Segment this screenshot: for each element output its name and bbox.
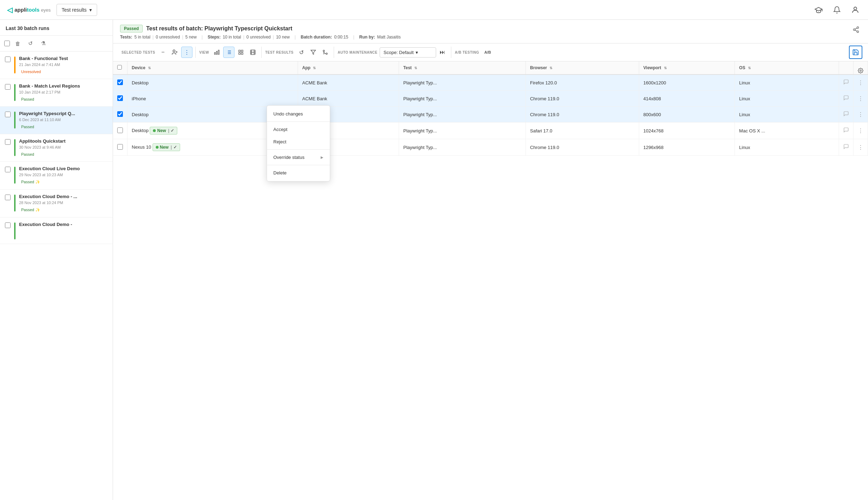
undo-changes-item[interactable]: Undo changes bbox=[267, 108, 330, 120]
sidebar-item-checkbox[interactable] bbox=[5, 167, 11, 172]
row-more-button[interactable]: ⋮ bbox=[858, 144, 863, 151]
test-results-dropdown[interactable]: Test results ▾ bbox=[57, 4, 97, 16]
bell-icon[interactable] bbox=[831, 4, 843, 16]
th-app[interactable]: App ⇅ bbox=[298, 61, 399, 75]
sidebar-item[interactable]: Bank - Match Level Regions 10 Jan 2024 a… bbox=[0, 79, 113, 107]
comment-button[interactable] bbox=[843, 127, 849, 134]
row-checkbox[interactable] bbox=[117, 144, 123, 150]
logo-text: applitools eyes bbox=[14, 7, 51, 13]
nav-right bbox=[813, 4, 861, 16]
sidebar-item-status: Passed bbox=[19, 124, 36, 130]
sidebar-item-checkbox[interactable] bbox=[5, 139, 11, 145]
status-indicator bbox=[14, 222, 16, 239]
row-browser: Chrome 119.0 bbox=[525, 107, 639, 123]
sidebar-item[interactable]: Execution Cloud Demo - ... 28 Nov 2023 a… bbox=[0, 190, 113, 218]
sidebar-item[interactable]: Bank - Functional Test 21 Jan 2024 at 7:… bbox=[0, 52, 113, 79]
row-more-button[interactable]: ⋮ bbox=[858, 111, 863, 118]
sidebar-delete-button[interactable]: 🗑 bbox=[13, 38, 23, 48]
context-menu-divider-3 bbox=[267, 165, 330, 165]
bar-chart-view-button[interactable] bbox=[211, 47, 222, 58]
sidebar-item-checkbox[interactable] bbox=[5, 56, 11, 62]
film-view-button[interactable] bbox=[247, 47, 258, 58]
forward-button[interactable]: ⏭ bbox=[437, 47, 448, 58]
sidebar-filter-button[interactable]: ⚗ bbox=[38, 38, 48, 48]
sidebar-item-checkbox[interactable] bbox=[5, 222, 11, 228]
row-checkbox[interactable] bbox=[117, 79, 123, 85]
accept-item[interactable]: Accept bbox=[267, 123, 330, 136]
list-view-button[interactable] bbox=[223, 47, 234, 58]
row-actions-cell: ⋮ bbox=[854, 139, 868, 156]
add-person-button[interactable] bbox=[169, 47, 180, 58]
th-device[interactable]: Device ⇅ bbox=[127, 61, 298, 75]
sidebar-refresh-button[interactable]: ↺ bbox=[25, 38, 35, 48]
sidebar-item-status: Passed bbox=[19, 151, 36, 157]
row-checkbox-cell bbox=[113, 91, 127, 107]
badge-chevron[interactable]: ✓ bbox=[173, 145, 177, 150]
comment-button[interactable] bbox=[843, 79, 849, 86]
refresh-button[interactable]: ↺ bbox=[296, 47, 307, 58]
tests-new: 5 new bbox=[185, 35, 197, 40]
sidebar-item[interactable]: Playwright Typescript Q... 6 Dec 2023 at… bbox=[0, 107, 113, 134]
split-button[interactable] bbox=[320, 47, 331, 58]
grid-view-button[interactable] bbox=[235, 47, 246, 58]
ab-button[interactable]: A/B bbox=[481, 47, 494, 58]
row-device: iPhone bbox=[127, 91, 298, 107]
sidebar-item-checkbox[interactable] bbox=[5, 195, 11, 200]
selected-tests-label: SELECTED TESTS bbox=[121, 50, 155, 54]
row-more-button[interactable]: ⋮ bbox=[858, 127, 863, 134]
th-viewport[interactable]: Viewport ⇅ bbox=[639, 61, 735, 75]
save-button[interactable] bbox=[849, 46, 862, 59]
scope-dropdown[interactable]: Scope: Default ▾ bbox=[380, 47, 436, 58]
badge-chevron[interactable]: ✓ bbox=[171, 128, 174, 133]
graduation-icon[interactable] bbox=[813, 4, 824, 16]
row-more-button[interactable]: ⋮ bbox=[858, 95, 863, 102]
sidebar-item-checkbox[interactable] bbox=[5, 112, 11, 117]
sidebar-item-date: 29 Nov 2023 at 10:23 AM bbox=[19, 173, 108, 177]
table-settings-button[interactable] bbox=[858, 68, 863, 75]
user-icon[interactable] bbox=[850, 4, 861, 16]
svg-marker-30 bbox=[311, 50, 316, 54]
row-checkbox[interactable] bbox=[117, 111, 123, 117]
row-comment-cell bbox=[839, 91, 854, 107]
row-checkbox[interactable] bbox=[117, 95, 123, 101]
accept-label: Accept bbox=[273, 127, 287, 132]
sidebar-item[interactable]: Execution Cloud Demo - bbox=[0, 218, 113, 244]
table-select-all-checkbox[interactable] bbox=[117, 65, 122, 70]
th-os[interactable]: OS ⇅ bbox=[735, 61, 839, 75]
row-os: Linux bbox=[735, 107, 839, 123]
minus-button[interactable]: − bbox=[157, 47, 168, 58]
svg-rect-9 bbox=[218, 50, 219, 54]
logo-icon: ◁ bbox=[7, 6, 12, 14]
share-button[interactable] bbox=[851, 25, 861, 36]
sidebar-item-checkbox[interactable] bbox=[5, 84, 11, 90]
override-status-label: Override status bbox=[273, 155, 304, 160]
sidebar-item-status: Passed ✨ bbox=[19, 179, 42, 185]
th-browser[interactable]: Browser ⇅ bbox=[525, 61, 639, 75]
tests-total: 5 in total bbox=[134, 35, 150, 40]
logo[interactable]: ◁ applitools eyes bbox=[7, 6, 51, 14]
filter-button[interactable] bbox=[308, 47, 319, 58]
more-options-button[interactable]: ⋮ bbox=[181, 47, 192, 58]
row-browser: Safari 17.0 bbox=[525, 123, 639, 139]
row-more-button[interactable]: ⋮ bbox=[858, 79, 863, 86]
comment-button[interactable] bbox=[843, 111, 849, 118]
sidebar-select-all-checkbox[interactable] bbox=[4, 41, 10, 46]
sidebar-item[interactable]: Execution Cloud Live Demo 29 Nov 2023 at… bbox=[0, 162, 113, 190]
row-test: Playwright Typ... bbox=[399, 139, 526, 156]
row-comment-cell bbox=[839, 75, 854, 91]
sidebar-item[interactable]: Applitools Quickstart 30 Nov 2023 at 9:4… bbox=[0, 134, 113, 162]
comment-button[interactable] bbox=[843, 144, 849, 151]
sidebar-header: Last 30 batch runs bbox=[0, 20, 113, 36]
reject-item[interactable]: Reject bbox=[267, 136, 330, 148]
comment-button[interactable] bbox=[843, 95, 849, 102]
batch-status-badge: Passed bbox=[120, 25, 143, 32]
row-browser: Chrome 119.0 bbox=[525, 91, 639, 107]
th-test[interactable]: Test ⇅ bbox=[399, 61, 526, 75]
sidebar-item-content: Applitools Quickstart 30 Nov 2023 at 9:4… bbox=[19, 138, 108, 157]
sidebar-item-title: Bank - Match Level Regions bbox=[19, 83, 108, 89]
delete-item[interactable]: Delete bbox=[267, 167, 330, 179]
row-checkbox[interactable] bbox=[117, 127, 123, 133]
table-row: Nexus 10 New | ✓ ACME Bank Playwright Ty… bbox=[113, 139, 868, 156]
test-results-section: TEST RESULTS ↺ bbox=[262, 47, 334, 58]
override-status-item[interactable]: Override status ▶ bbox=[267, 151, 330, 163]
